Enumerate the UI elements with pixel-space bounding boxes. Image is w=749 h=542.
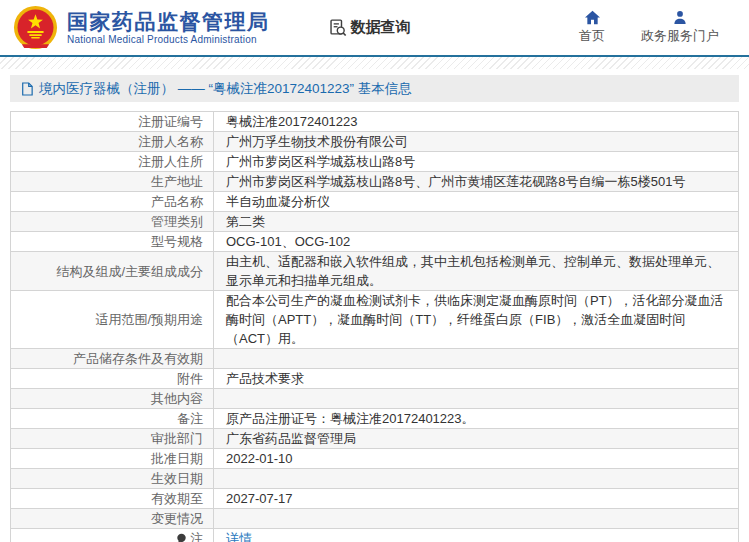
nav-home-label: 首页 xyxy=(579,27,605,45)
row-value-text: 2022-01-10 xyxy=(226,451,293,466)
agency-subtitle: National Medical Products Administration xyxy=(67,34,270,45)
row-value-text: 半自动血凝分析仪 xyxy=(226,194,330,209)
row-label: 注册人名称 xyxy=(11,132,213,151)
table-row: 变更情况 xyxy=(11,509,738,529)
main-content: 境内医疗器械（注册） —— “粤械注准20172401223” 基本信息 注册证… xyxy=(0,69,749,542)
row-label: 管理类别 xyxy=(11,212,213,231)
nav-gov-portal-label: 政务服务门户 xyxy=(641,27,719,45)
row-value xyxy=(213,349,738,368)
row-label: 其他内容 xyxy=(11,389,213,408)
row-value: 2022-01-10 xyxy=(213,449,738,468)
data-query-label: 数据查询 xyxy=(351,18,411,37)
row-label-text: 其他内容 xyxy=(151,389,203,408)
row-value-text: 第二类 xyxy=(226,214,265,229)
table-row: 注册人名称 广州万孚生物技术股份有限公司 xyxy=(11,132,738,152)
site-header: 国家药品监督管理局 National Medical Products Admi… xyxy=(0,0,749,55)
table-row: 型号规格 OCG-101、OCG-102 xyxy=(11,232,738,252)
row-label: 适用范围/预期用途 xyxy=(11,291,213,348)
table-row: 备注 原产品注册证号：粤械注准20172401223。 xyxy=(11,409,738,429)
row-label: 批准日期 xyxy=(11,449,213,468)
table-row: 适用范围/预期用途 配合本公司生产的凝血检测试剂卡，供临床测定凝血酶原时间（PT… xyxy=(11,291,738,349)
row-label: 注 xyxy=(11,529,213,542)
table-row: 有效期至 2027-07-17 xyxy=(11,489,738,509)
row-label-text: 有效期至 xyxy=(151,489,203,508)
header-nav: 首页 政务服务门户 xyxy=(579,10,733,45)
national-emblem-icon xyxy=(13,5,58,50)
row-value: 粤械注准20172401223 xyxy=(213,112,738,131)
detail-link[interactable]: 详情 xyxy=(226,531,252,542)
comment-bubble-icon xyxy=(176,533,187,542)
row-value: OCG-101、OCG-102 xyxy=(213,232,738,251)
agency-title: 国家药品监督管理局 xyxy=(67,10,270,34)
row-value-text: 由主机、适配器和嵌入软件组成，其中主机包括检测单元、控制单元、数据处理单元、显示… xyxy=(226,254,720,288)
nav-gov-portal[interactable]: 政务服务门户 xyxy=(641,10,719,45)
page-title-bar: 境内医疗器械（注册） —— “粤械注准20172401223” 基本信息 xyxy=(10,75,739,102)
row-value: 广州市萝岗区科学城荔枝山路8号、广州市黄埔区莲花砚路8号自编一栋5楼501号 xyxy=(213,172,738,191)
row-label: 产品名称 xyxy=(11,192,213,211)
row-value: 半自动血凝分析仪 xyxy=(213,192,738,211)
row-value: 广州市萝岗区科学城荔枝山路8号 xyxy=(213,152,738,171)
row-value: 产品技术要求 xyxy=(213,369,738,388)
table-row: 批准日期 2022-01-10 xyxy=(11,449,738,469)
table-row: 管理类别 第二类 xyxy=(11,212,738,232)
row-value: 由主机、适配器和嵌入软件组成，其中主机包括检测单元、控制单元、数据处理单元、显示… xyxy=(213,252,738,290)
row-value: 第二类 xyxy=(213,212,738,231)
row-label-text: 型号规格 xyxy=(151,232,203,251)
row-value: 配合本公司生产的凝血检测试剂卡，供临床测定凝血酶原时间（PT），活化部分凝血活酶… xyxy=(213,291,738,348)
agency-name-block: 国家药品监督管理局 National Medical Products Admi… xyxy=(67,10,270,45)
row-label-text: 审批部门 xyxy=(151,429,203,448)
row-label-text: 产品储存条件及有效期 xyxy=(73,349,203,368)
row-label: 备注 xyxy=(11,409,213,428)
nav-home[interactable]: 首页 xyxy=(579,10,605,45)
table-row: 生效日期 xyxy=(11,469,738,489)
agency-logo-link[interactable]: 国家药品监督管理局 National Medical Products Admi… xyxy=(13,5,270,50)
row-label-text: 备注 xyxy=(177,409,203,428)
row-label-text: 管理类别 xyxy=(151,212,203,231)
person-icon xyxy=(672,10,688,25)
row-value xyxy=(213,509,738,528)
row-label-text: 变更情况 xyxy=(151,509,203,528)
row-label: 变更情况 xyxy=(11,509,213,528)
hatch-band xyxy=(0,57,749,69)
row-value-text: 产品技术要求 xyxy=(226,371,304,386)
row-label-text: 注册证编号 xyxy=(138,112,203,131)
row-value-text: 粤械注准20172401223 xyxy=(226,114,358,129)
row-value-text: 配合本公司生产的凝血检测试剂卡，供临床测定凝血酶原时间（PT），活化部分凝血活酶… xyxy=(226,293,724,346)
row-label: 结构及组成/主要组成成分 xyxy=(11,252,213,290)
table-row: 产品储存条件及有效期 xyxy=(11,349,738,369)
table-row: 附件 产品技术要求 xyxy=(11,369,738,389)
row-value-text: 广东省药品监督管理局 xyxy=(226,431,356,446)
row-label-text: 注 xyxy=(190,529,203,542)
row-label-text: 适用范围/预期用途 xyxy=(95,310,203,329)
table-row: 注册证编号 粤械注准20172401223 xyxy=(11,112,738,132)
row-label: 附件 xyxy=(11,369,213,388)
table-row: 审批部门 广东省药品监督管理局 xyxy=(11,429,738,449)
row-value: 详情 xyxy=(213,529,738,542)
row-value-text: 原产品注册证号：粤械注准20172401223。 xyxy=(226,411,475,426)
row-label-text: 注册人住所 xyxy=(138,152,203,171)
row-label: 产品储存条件及有效期 xyxy=(11,349,213,368)
table-row: 生产地址 广州市萝岗区科学城荔枝山路8号、广州市黄埔区莲花砚路8号自编一栋5楼5… xyxy=(11,172,738,192)
table-row: 产品名称 半自动血凝分析仪 xyxy=(11,192,738,212)
row-label-text: 注册人名称 xyxy=(138,132,203,151)
row-label: 生效日期 xyxy=(11,469,213,488)
row-label: 审批部门 xyxy=(11,429,213,448)
table-row: 其他内容 xyxy=(11,389,738,409)
table-row: 注册人住所 广州市萝岗区科学城荔枝山路8号 xyxy=(11,152,738,172)
row-value xyxy=(213,469,738,488)
row-label: 生产地址 xyxy=(11,172,213,191)
row-value-text: 广州万孚生物技术股份有限公司 xyxy=(226,134,408,149)
row-label-text: 批准日期 xyxy=(151,449,203,468)
data-query-button[interactable]: 数据查询 xyxy=(328,18,411,37)
row-label-text: 产品名称 xyxy=(151,192,203,211)
row-value-text: OCG-101、OCG-102 xyxy=(226,234,350,249)
row-label: 注册证编号 xyxy=(11,112,213,131)
table-row: 注 详情 xyxy=(11,529,738,542)
row-value: 原产品注册证号：粤械注准20172401223。 xyxy=(213,409,738,428)
row-value-text: 2027-07-17 xyxy=(226,491,293,506)
row-label-text: 生产地址 xyxy=(151,172,203,191)
row-label-text: 附件 xyxy=(177,369,203,388)
row-label: 注册人住所 xyxy=(11,152,213,171)
row-value: 2027-07-17 xyxy=(213,489,738,508)
row-value: 广东省药品监督管理局 xyxy=(213,429,738,448)
